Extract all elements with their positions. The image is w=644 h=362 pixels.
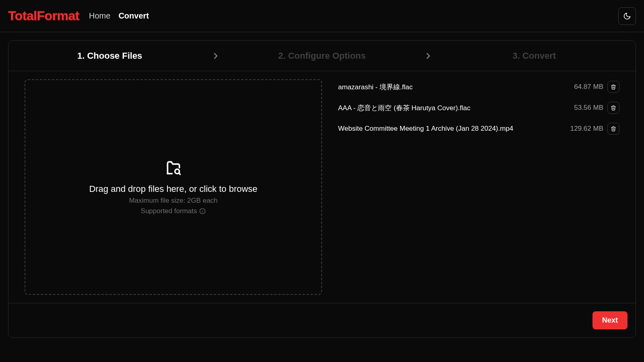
info-icon[interactable]: [199, 208, 206, 214]
theme-toggle-button[interactable]: [618, 7, 636, 25]
moon-icon: [623, 12, 631, 20]
file-name: Website Committee Meeting 1 Archive (Jan…: [338, 125, 513, 133]
file-right: 64.87 MB: [574, 81, 619, 93]
nav-home[interactable]: Home: [89, 11, 110, 21]
logo[interactable]: TotalFormat: [8, 8, 79, 23]
dropzone-main-text: Drag and drop files here, or click to br…: [89, 184, 257, 194]
file-row: AAA - 恋音と雨空 (春茶 Harutya Cover).flac 53.5…: [338, 100, 619, 115]
file-name: amazarashi - 境界線.flac: [338, 82, 413, 92]
trash-icon: [611, 126, 616, 132]
file-row: Website Committee Meeting 1 Archive (Jan…: [338, 121, 619, 136]
trash-icon: [611, 105, 616, 111]
dropzone-max-text: Maximum file size: 2GB each: [129, 197, 217, 205]
stepper: 1. Choose Files 2. Configure Options 3. …: [8, 41, 636, 71]
header-left: TotalFormat Home Convert: [8, 8, 149, 23]
chevron-right-icon: [423, 51, 433, 61]
step-choose-files: 1. Choose Files: [8, 51, 211, 61]
dropzone[interactable]: Drag and drop files here, or click to br…: [25, 79, 322, 295]
file-size: 129.62 MB: [570, 125, 603, 133]
file-name: AAA - 恋音と雨空 (春茶 Harutya Cover).flac: [338, 103, 471, 113]
nav: Home Convert: [89, 11, 149, 21]
delete-file-button[interactable]: [607, 81, 619, 93]
step-convert: 3. Convert: [433, 51, 636, 61]
delete-file-button[interactable]: [607, 102, 619, 114]
folder-search-icon: [165, 159, 182, 177]
file-size: 64.87 MB: [574, 83, 603, 91]
file-right: 129.62 MB: [570, 123, 619, 135]
card-body: Drag and drop files here, or click to br…: [8, 71, 636, 303]
card-footer: Next: [8, 303, 636, 337]
nav-convert[interactable]: Convert: [118, 11, 149, 21]
dropzone-formats-label: Supported formats: [141, 207, 197, 215]
step-configure-options: 2. Configure Options: [221, 51, 423, 61]
dropzone-formats: Supported formats: [141, 207, 206, 215]
file-list: amazarashi - 境界線.flac 64.87 MB AAA - 恋音と…: [322, 71, 636, 303]
file-size: 53.56 MB: [574, 104, 603, 112]
dropzone-wrap: Drag and drop files here, or click to br…: [8, 71, 322, 303]
main-container: 1. Choose Files 2. Configure Options 3. …: [0, 32, 644, 346]
logo-text: TotalFormat: [8, 8, 79, 23]
card: 1. Choose Files 2. Configure Options 3. …: [8, 40, 636, 338]
next-button[interactable]: Next: [592, 311, 627, 329]
delete-file-button[interactable]: [607, 123, 619, 135]
file-right: 53.56 MB: [574, 102, 619, 114]
chevron-right-icon: [211, 51, 221, 61]
trash-icon: [611, 84, 616, 90]
file-row: amazarashi - 境界線.flac 64.87 MB: [338, 79, 619, 95]
header: TotalFormat Home Convert: [0, 0, 644, 32]
